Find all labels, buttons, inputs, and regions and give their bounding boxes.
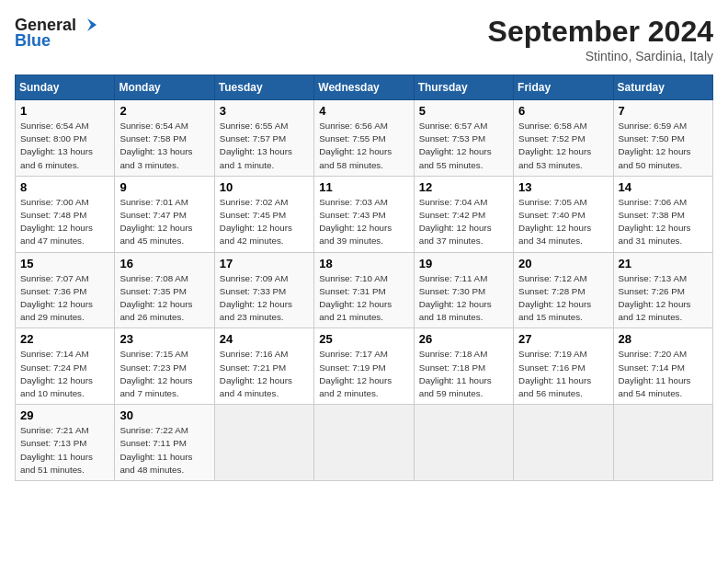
calendar-cell: 25Sunrise: 7:17 AM Sunset: 7:19 PM Dayli… bbox=[314, 328, 414, 405]
day-number: 3 bbox=[220, 104, 309, 118]
logo-bird-icon bbox=[78, 15, 98, 35]
day-info: Sunrise: 7:01 AM Sunset: 7:47 PM Dayligh… bbox=[119, 196, 209, 248]
calendar-cell: 23Sunrise: 7:15 AM Sunset: 7:23 PM Dayli… bbox=[115, 328, 214, 405]
day-info: Sunrise: 7:09 AM Sunset: 7:33 PM Dayligh… bbox=[220, 272, 309, 325]
day-number: 14 bbox=[619, 180, 708, 194]
day-info: Sunrise: 7:21 AM Sunset: 7:13 PM Dayligh… bbox=[20, 424, 109, 477]
day-number: 8 bbox=[20, 180, 109, 194]
calendar-cell: 28Sunrise: 7:20 AM Sunset: 7:14 PM Dayli… bbox=[613, 328, 712, 405]
logo: General Blue bbox=[15, 15, 98, 51]
day-info: Sunrise: 7:18 AM Sunset: 7:18 PM Dayligh… bbox=[419, 348, 508, 400]
day-info: Sunrise: 7:03 AM Sunset: 7:43 PM Dayligh… bbox=[319, 196, 408, 248]
calendar-cell: 16Sunrise: 7:08 AM Sunset: 7:35 PM Dayli… bbox=[115, 252, 214, 328]
day-info: Sunrise: 7:00 AM Sunset: 7:48 PM Dayligh… bbox=[20, 196, 109, 248]
day-number: 24 bbox=[220, 332, 309, 346]
day-number: 27 bbox=[518, 332, 608, 346]
calendar-cell: 24Sunrise: 7:16 AM Sunset: 7:21 PM Dayli… bbox=[214, 328, 313, 405]
day-info: Sunrise: 6:59 AM Sunset: 7:50 PM Dayligh… bbox=[619, 120, 708, 172]
day-info: Sunrise: 7:22 AM Sunset: 7:11 PM Dayligh… bbox=[119, 424, 209, 477]
logo-blue: Blue bbox=[15, 31, 51, 51]
calendar-cell: 14Sunrise: 7:06 AM Sunset: 7:38 PM Dayli… bbox=[613, 176, 712, 252]
day-number: 13 bbox=[518, 180, 608, 194]
calendar-table: SundayMondayTuesdayWednesdayThursdayFrid… bbox=[15, 75, 713, 481]
calendar-cell: 18Sunrise: 7:10 AM Sunset: 7:31 PM Dayli… bbox=[314, 252, 414, 328]
calendar-cell: 5Sunrise: 6:57 AM Sunset: 7:53 PM Daylig… bbox=[414, 100, 513, 177]
day-number: 2 bbox=[119, 104, 209, 118]
day-info: Sunrise: 7:17 AM Sunset: 7:19 PM Dayligh… bbox=[319, 348, 408, 400]
calendar-cell: 17Sunrise: 7:09 AM Sunset: 7:33 PM Dayli… bbox=[214, 252, 313, 328]
day-number: 15 bbox=[20, 257, 109, 270]
page-header: General Blue September 2024 Stintino, Sa… bbox=[15, 15, 713, 63]
calendar-cell: 19Sunrise: 7:11 AM Sunset: 7:30 PM Dayli… bbox=[414, 252, 513, 328]
day-info: Sunrise: 6:57 AM Sunset: 7:53 PM Dayligh… bbox=[419, 120, 508, 172]
day-info: Sunrise: 7:04 AM Sunset: 7:42 PM Dayligh… bbox=[419, 196, 508, 248]
day-info: Sunrise: 7:06 AM Sunset: 7:38 PM Dayligh… bbox=[619, 196, 708, 248]
day-number: 20 bbox=[518, 257, 608, 270]
day-info: Sunrise: 7:14 AM Sunset: 7:24 PM Dayligh… bbox=[20, 348, 109, 400]
calendar-cell: 15Sunrise: 7:07 AM Sunset: 7:36 PM Dayli… bbox=[16, 252, 115, 328]
day-number: 28 bbox=[619, 332, 708, 346]
calendar-cell: 12Sunrise: 7:04 AM Sunset: 7:42 PM Dayli… bbox=[414, 176, 513, 252]
calendar-cell: 2Sunrise: 6:54 AM Sunset: 7:58 PM Daylig… bbox=[115, 100, 214, 177]
col-header-friday: Friday bbox=[514, 75, 613, 100]
day-info: Sunrise: 7:16 AM Sunset: 7:21 PM Dayligh… bbox=[220, 348, 309, 400]
day-number: 10 bbox=[220, 180, 309, 194]
calendar-cell: 10Sunrise: 7:02 AM Sunset: 7:45 PM Dayli… bbox=[214, 176, 313, 252]
calendar-cell bbox=[214, 405, 313, 481]
day-number: 23 bbox=[119, 332, 209, 346]
col-header-thursday: Thursday bbox=[414, 75, 513, 100]
day-number: 19 bbox=[419, 257, 508, 270]
col-header-sunday: Sunday bbox=[16, 75, 115, 100]
day-number: 29 bbox=[20, 408, 109, 422]
day-number: 16 bbox=[119, 257, 209, 270]
calendar-cell: 7Sunrise: 6:59 AM Sunset: 7:50 PM Daylig… bbox=[613, 100, 712, 177]
day-info: Sunrise: 6:54 AM Sunset: 8:00 PM Dayligh… bbox=[20, 120, 109, 172]
calendar-cell: 8Sunrise: 7:00 AM Sunset: 7:48 PM Daylig… bbox=[16, 176, 115, 252]
calendar-cell: 21Sunrise: 7:13 AM Sunset: 7:26 PM Dayli… bbox=[613, 252, 712, 328]
day-number: 12 bbox=[419, 180, 508, 194]
day-info: Sunrise: 7:02 AM Sunset: 7:45 PM Dayligh… bbox=[220, 196, 309, 248]
day-number: 11 bbox=[319, 180, 408, 194]
calendar-cell bbox=[514, 405, 613, 481]
day-number: 1 bbox=[20, 104, 109, 118]
day-info: Sunrise: 7:10 AM Sunset: 7:31 PM Dayligh… bbox=[319, 272, 408, 325]
calendar-cell: 29Sunrise: 7:21 AM Sunset: 7:13 PM Dayli… bbox=[16, 405, 115, 481]
calendar-cell: 20Sunrise: 7:12 AM Sunset: 7:28 PM Dayli… bbox=[514, 252, 613, 328]
title-block: September 2024 Stintino, Sardinia, Italy bbox=[488, 15, 713, 63]
day-number: 9 bbox=[119, 180, 209, 194]
calendar-cell: 4Sunrise: 6:56 AM Sunset: 7:55 PM Daylig… bbox=[314, 100, 414, 177]
day-number: 30 bbox=[119, 408, 209, 422]
day-info: Sunrise: 7:08 AM Sunset: 7:35 PM Dayligh… bbox=[119, 272, 209, 325]
day-info: Sunrise: 7:05 AM Sunset: 7:40 PM Dayligh… bbox=[518, 196, 608, 248]
col-header-tuesday: Tuesday bbox=[214, 75, 313, 100]
calendar-cell: 27Sunrise: 7:19 AM Sunset: 7:16 PM Dayli… bbox=[514, 328, 613, 405]
calendar-cell: 30Sunrise: 7:22 AM Sunset: 7:11 PM Dayli… bbox=[115, 405, 214, 481]
day-number: 21 bbox=[619, 257, 708, 270]
calendar-cell: 6Sunrise: 6:58 AM Sunset: 7:52 PM Daylig… bbox=[514, 100, 613, 177]
calendar-cell: 9Sunrise: 7:01 AM Sunset: 7:47 PM Daylig… bbox=[115, 176, 214, 252]
calendar-cell: 1Sunrise: 6:54 AM Sunset: 8:00 PM Daylig… bbox=[16, 100, 115, 177]
day-info: Sunrise: 7:20 AM Sunset: 7:14 PM Dayligh… bbox=[619, 348, 708, 400]
day-info: Sunrise: 7:12 AM Sunset: 7:28 PM Dayligh… bbox=[518, 272, 608, 325]
month-title: September 2024 bbox=[488, 15, 713, 49]
calendar-cell bbox=[314, 405, 414, 481]
day-info: Sunrise: 7:19 AM Sunset: 7:16 PM Dayligh… bbox=[518, 348, 608, 400]
day-number: 6 bbox=[518, 104, 608, 118]
calendar-cell: 13Sunrise: 7:05 AM Sunset: 7:40 PM Dayli… bbox=[514, 176, 613, 252]
day-number: 18 bbox=[319, 257, 408, 270]
calendar-cell: 11Sunrise: 7:03 AM Sunset: 7:43 PM Dayli… bbox=[314, 176, 414, 252]
location-subtitle: Stintino, Sardinia, Italy bbox=[488, 49, 713, 63]
svg-marker-0 bbox=[87, 18, 97, 31]
day-number: 22 bbox=[20, 332, 109, 346]
col-header-monday: Monday bbox=[115, 75, 214, 100]
calendar-cell: 26Sunrise: 7:18 AM Sunset: 7:18 PM Dayli… bbox=[414, 328, 513, 405]
day-info: Sunrise: 6:58 AM Sunset: 7:52 PM Dayligh… bbox=[518, 120, 608, 172]
day-info: Sunrise: 6:55 AM Sunset: 7:57 PM Dayligh… bbox=[220, 120, 309, 172]
day-info: Sunrise: 6:56 AM Sunset: 7:55 PM Dayligh… bbox=[319, 120, 408, 172]
calendar-cell: 3Sunrise: 6:55 AM Sunset: 7:57 PM Daylig… bbox=[214, 100, 313, 177]
day-info: Sunrise: 7:15 AM Sunset: 7:23 PM Dayligh… bbox=[119, 348, 209, 400]
day-number: 17 bbox=[220, 257, 309, 270]
day-number: 26 bbox=[419, 332, 508, 346]
day-number: 7 bbox=[619, 104, 708, 118]
day-info: Sunrise: 7:13 AM Sunset: 7:26 PM Dayligh… bbox=[619, 272, 708, 325]
